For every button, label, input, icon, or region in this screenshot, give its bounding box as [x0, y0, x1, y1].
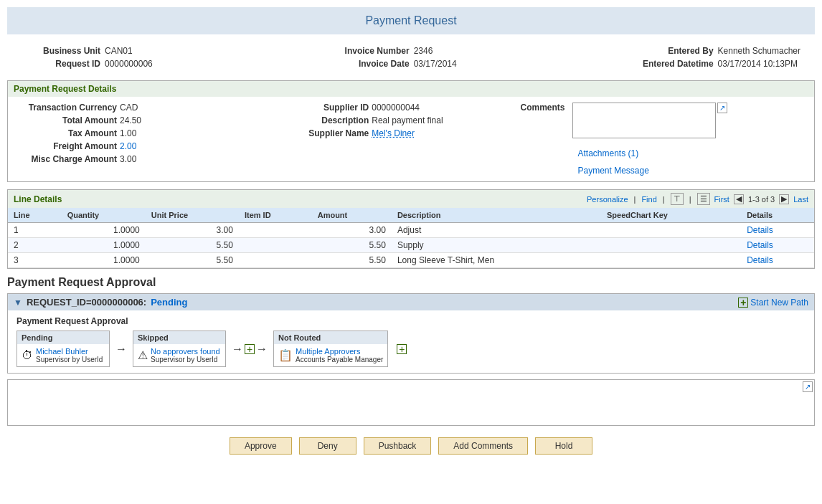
col-quantity: Quantity: [62, 208, 146, 223]
cell-amount: 3.00: [312, 223, 392, 238]
start-new-path-label: Start New Path: [750, 298, 808, 308]
cell-quantity: 1.0000: [62, 223, 146, 238]
stage-pending-header: Pending: [17, 331, 109, 344]
skipped-stage-info: No approvers found Supervisor by UserId: [151, 347, 220, 363]
entered-by-row: Entered By Kenneth Schumacher: [635, 46, 800, 56]
approval-title: Payment Request Approval: [7, 276, 815, 289]
comments-textarea[interactable]: [572, 103, 716, 138]
cell-speedchart-key: [601, 238, 741, 253]
pending-approver-name[interactable]: Michael Buhler: [36, 347, 103, 356]
cell-quantity: 1.0000: [62, 238, 146, 253]
not-routed-approver-role: Accounts Payable Manager: [296, 356, 383, 363]
transaction-currency-label: Transaction Currency: [16, 103, 117, 113]
arrow-add-group: → + →: [232, 343, 268, 356]
approval-box: ▼ REQUEST_ID=0000000006: Pending + Start…: [7, 293, 815, 374]
pending-approver-role: Supervisor by UserId: [36, 356, 103, 363]
tax-amount-value: 1.00: [120, 128, 136, 138]
misc-charge-row: Misc Charge Amount 3.00: [16, 154, 254, 164]
find-link[interactable]: Find: [641, 195, 656, 204]
expand-comment-icon[interactable]: ↗: [803, 381, 813, 392]
deny-button[interactable]: Deny: [299, 437, 356, 455]
personalize-link[interactable]: Personalize: [587, 195, 628, 204]
supplier-name-value[interactable]: Mel's Diner: [372, 128, 415, 138]
comments-label: Comments: [521, 103, 565, 113]
business-unit-row: Business Unit CAN01: [22, 46, 153, 56]
details-link[interactable]: Details: [747, 255, 773, 265]
col-amount: Amount: [312, 208, 392, 223]
first-link[interactable]: First: [714, 195, 729, 204]
header-info: Business Unit CAN01 Request ID 000000000…: [7, 42, 815, 73]
add-comments-button[interactable]: Add Comments: [438, 437, 528, 455]
details-mid-col: Supplier ID 0000000044 Description Real …: [268, 103, 506, 176]
pending-stage-info: Michael Buhler Supervisor by UserId: [36, 347, 103, 363]
pushback-button[interactable]: Pushback: [364, 437, 432, 455]
grid-view-icon[interactable]: ⊤: [671, 193, 684, 205]
not-routed-approver-name: Multiple Approvers: [296, 347, 383, 356]
not-routed-stage-info: Multiple Approvers Accounts Payable Mana…: [296, 347, 383, 363]
list-view-icon[interactable]: ☰: [697, 193, 710, 205]
col-unit-price: Unit Price: [146, 208, 239, 223]
arrow-1: →: [115, 343, 127, 356]
collapse-icon[interactable]: ▼: [14, 298, 22, 308]
page-title-bar: Payment Request: [7, 7, 815, 34]
request-id-value: 0000000006: [105, 59, 153, 69]
details-grid: Transaction Currency CAD Total Amount 24…: [16, 103, 806, 176]
next-page-icon[interactable]: ▶: [779, 194, 789, 204]
last-link[interactable]: Last: [793, 195, 808, 204]
line-details-title: Line Details: [14, 194, 62, 204]
col-line: Line: [8, 208, 62, 223]
invoice-number-label: Invoice Number: [331, 46, 410, 56]
cell-item-id: [239, 253, 312, 268]
cell-line: 3: [8, 253, 62, 268]
add-stage-icon[interactable]: +: [245, 344, 255, 354]
payment-message-link[interactable]: Payment Message: [578, 166, 806, 176]
comment-area[interactable]: [8, 380, 814, 423]
workflow-row: Pending ⏱ Michael Buhler Supervisor by U…: [16, 331, 806, 367]
description-value: Real payment final: [372, 115, 443, 125]
business-unit-label: Business Unit: [22, 46, 100, 56]
attachments-link[interactable]: Attachments (1): [578, 148, 806, 158]
request-id-label: Request ID: [22, 59, 100, 69]
start-new-path-btn[interactable]: + Start New Path: [738, 298, 808, 308]
hold-button[interactable]: Hold: [535, 437, 592, 455]
skipped-approver-name: No approvers found: [151, 347, 220, 356]
line-details-header-bar: Line Details Personalize | Find | ⊤ | ☰ …: [8, 190, 814, 208]
payment-request-details-title: Payment Request Details: [14, 84, 116, 94]
tax-amount-label: Tax Amount: [16, 128, 117, 138]
table-row: 1 1.0000 3.00 3.00 Adjust Details: [8, 223, 814, 238]
supplier-id-row: Supplier ID 0000000044: [268, 103, 506, 113]
supplier-id-label: Supplier ID: [268, 103, 369, 113]
cell-item-id: [239, 223, 312, 238]
transaction-currency-value: CAD: [120, 103, 138, 113]
entered-datetime-row: Entered Datetime 03/17/2014 10:13PM: [635, 59, 800, 69]
approve-button[interactable]: Approve: [230, 437, 292, 455]
entered-datetime-label: Entered Datetime: [635, 59, 714, 69]
table-row: 2 1.0000 5.50 5.50 Supply Details: [8, 238, 814, 253]
col-details: Details: [741, 208, 814, 223]
cell-description: Long Sleeve T-Shirt, Men: [392, 253, 601, 268]
tax-amount-row: Tax Amount 1.00: [16, 128, 254, 138]
skipped-icon: ⚠: [138, 348, 148, 362]
prev-page-icon[interactable]: ◀: [734, 194, 744, 204]
cell-item-id: [239, 238, 312, 253]
comments-input-group: ↗: [572, 103, 727, 138]
cell-line: 1: [8, 223, 62, 238]
add-end-icon[interactable]: +: [397, 344, 407, 354]
invoice-number-value: 2346: [414, 46, 433, 56]
total-amount-value: 24.50: [120, 115, 141, 125]
entered-by-value: Kenneth Schumacher: [718, 46, 800, 56]
approval-inner-title: Payment Request Approval: [16, 316, 806, 326]
arrow-3: →: [256, 343, 268, 356]
cell-unit-price: 3.00: [146, 223, 239, 238]
details-link[interactable]: Details: [747, 240, 773, 250]
cell-details: Details: [741, 223, 814, 238]
cell-amount: 5.50: [312, 238, 392, 253]
not-routed-icon: 📋: [278, 348, 293, 362]
description-row: Description Real payment final: [268, 115, 506, 125]
details-link[interactable]: Details: [747, 225, 773, 235]
freight-amount-value: 2.00: [120, 141, 136, 151]
approval-inner: Payment Request Approval Pending ⏱ Micha…: [8, 310, 814, 373]
cell-description: Adjust: [392, 223, 601, 238]
line-details-controls: Personalize | Find | ⊤ | ☰ First ◀ 1-3 o…: [587, 193, 808, 205]
expand-comments-icon[interactable]: ↗: [717, 103, 727, 113]
